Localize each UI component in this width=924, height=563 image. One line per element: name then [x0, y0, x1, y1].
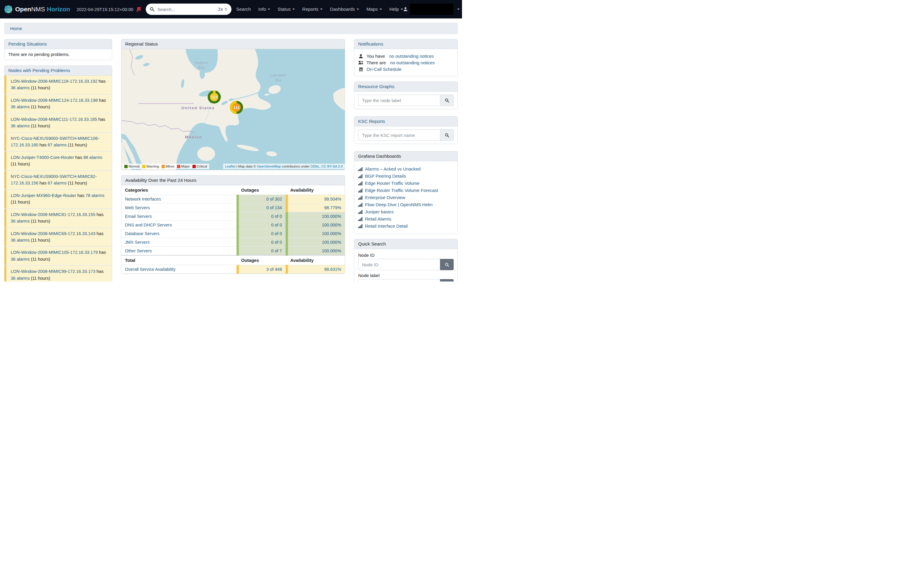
quick-search-button[interactable]	[440, 259, 454, 270]
ksc-reports-title[interactable]: KSC Reports	[354, 117, 458, 126]
legend-swatch	[142, 165, 146, 168]
total-label: Total	[122, 255, 238, 265]
regional-status-map[interactable]: Hudson Bay Labrador Sea United States Mé…	[122, 49, 345, 170]
odbl-link[interactable]: ODbL	[310, 165, 320, 168]
outages-cell: 3 of 448	[238, 265, 287, 274]
grafana-dashboard-link[interactable]: Enterprise Overview	[365, 195, 405, 200]
pending-situations-title[interactable]: Pending Situations	[4, 39, 112, 49]
pending-node-text: LON-Window-2008-MIMIC69-172.16.33.143 ha…	[8, 228, 112, 246]
nav-item-status[interactable]: Status	[278, 6, 295, 12]
alarms-link[interactable]: 36 alarms	[11, 257, 30, 261]
severity-stripe	[4, 133, 8, 151]
grafana-dashboard-link[interactable]: BGP Peering Details	[365, 174, 406, 179]
node-link[interactable]: LON-Window-2008-MIMIC69-172.16.33.143	[11, 231, 96, 236]
alarms-link[interactable]: 67 alarms	[48, 143, 67, 147]
node-link[interactable]: LON-Juniper-T4000-Core-Router	[11, 155, 74, 160]
bar-chart-icon	[358, 210, 363, 214]
grafana-dashboard-item: Edge Router Traffic Volume	[358, 181, 454, 186]
category-link[interactable]: DNS and DHCP Servers	[125, 222, 172, 227]
alarms-link[interactable]: 67 alarms	[48, 181, 67, 185]
marker-count: 111	[230, 101, 243, 114]
category-link[interactable]: Web Servers	[125, 205, 150, 210]
quick-search-group	[358, 279, 454, 281]
nav-item-help[interactable]: Help	[389, 6, 403, 12]
quick-search-input-node-label[interactable]	[358, 279, 440, 281]
quick-search-input-node-id[interactable]	[358, 259, 440, 270]
node-link[interactable]: LON-Window-2008-MIMIC99-172.16.33.173	[11, 269, 96, 274]
nav-item-maps[interactable]: Maps	[366, 6, 382, 12]
server-timestamp: 2022-04-29T15:15:12+00:00	[77, 7, 134, 12]
category-link[interactable]: Other Servers	[125, 248, 152, 253]
opennms-brand[interactable]: OpenNMSHorizon	[4, 5, 70, 14]
grafana-dashboard-link[interactable]: Retail Alarms	[365, 216, 391, 221]
resource-graphs-search-button[interactable]	[440, 95, 454, 106]
search-icon	[150, 7, 154, 12]
notifications-title[interactable]: Notifications	[354, 39, 458, 49]
category-link[interactable]: Database Servers	[125, 231, 159, 236]
alarms-link[interactable]: 36 alarms	[11, 219, 30, 224]
nav-item-dashboards[interactable]: Dashboards	[330, 6, 359, 12]
category-link[interactable]: JMX Servers	[125, 240, 150, 245]
category-link[interactable]: Network Interfaces	[125, 197, 161, 201]
notification-link[interactable]: On-Call Schedule	[366, 67, 402, 72]
osm-link[interactable]: OpenStreetMap	[257, 165, 281, 168]
username-redacted[interactable]	[410, 4, 453, 15]
category-link[interactable]: Email Servers	[125, 214, 152, 219]
grafana-dashboard-link[interactable]: Alarms – Acked vs Unacked	[365, 166, 421, 171]
severity-stripe	[4, 247, 8, 265]
notification-link[interactable]: no outstanding notices	[389, 54, 434, 59]
ksc-reports-input[interactable]	[358, 129, 440, 141]
category-link[interactable]: Overall Service Availability	[125, 267, 176, 272]
nodes-pending-problems-title[interactable]: Nodes with Pending Problems	[4, 66, 112, 76]
users-icon	[358, 60, 363, 65]
resource-graphs-input[interactable]	[358, 95, 440, 106]
notification-row: You have no outstanding notices	[358, 54, 454, 59]
node-link[interactable]: LON-Juniper-MX960-Edge-Router	[11, 193, 76, 198]
pending-node-text: LON-Window-2008-MIMIC81-172.16.33.155 ha…	[8, 209, 112, 227]
alarms-link[interactable]: 36 alarms	[11, 104, 30, 109]
availability-table: Categories Outages Availability Network …	[122, 185, 345, 274]
alarms-link[interactable]: 36 alarms	[11, 86, 30, 90]
pending-node-row: LON-Juniper-T4000-Core-Router has 88 ala…	[4, 152, 112, 171]
leaflet-link[interactable]: Leaflet	[225, 165, 236, 168]
map-label-united-states: United States	[174, 106, 222, 110]
resource-graphs-title[interactable]: Resource Graphs	[354, 82, 458, 92]
grafana-dashboard-link[interactable]: Flow Deep Dive | OpenNMS Helm	[365, 202, 432, 207]
breadcrumb-home-link[interactable]: Home	[10, 26, 22, 31]
search-input[interactable]	[157, 6, 216, 12]
notification-text: There are	[366, 60, 387, 65]
map-label-hudson-bay: Hudson Bay	[192, 60, 211, 70]
severity-stripe	[4, 95, 8, 113]
nav-item-info[interactable]: Info	[258, 6, 270, 12]
cc-by-sa-link[interactable]: CC BY-SA 2.0	[321, 165, 343, 168]
nav-item-label: Info	[258, 6, 266, 12]
map-cluster-marker-117[interactable]: 117	[208, 90, 221, 104]
notification-link[interactable]: no outstanding notices	[390, 60, 435, 65]
legend-label: Major	[181, 165, 190, 168]
grafana-dashboard-link[interactable]: Edge Router Traffic Volume	[365, 181, 420, 186]
node-link[interactable]: LON-Window-2008-MIMIC124-172.16.33.198	[11, 98, 98, 103]
legend-swatch	[177, 165, 180, 168]
nav-item-reports[interactable]: Reports	[302, 6, 322, 12]
alarms-link[interactable]: 78 alarms	[86, 193, 104, 198]
pending-node-text: NYC-Cisco-NEXUS9000-SWITCH-MIMIC106-172.…	[8, 133, 112, 151]
alarms-link[interactable]: 36 alarms	[11, 123, 30, 128]
quick-search-button[interactable]	[440, 279, 454, 281]
outages-cell: 0 of 0	[238, 238, 287, 247]
grafana-dashboard-link[interactable]: Edge Router Traffic Volume Forecast	[365, 188, 438, 193]
nav-item-search[interactable]: Search	[236, 6, 251, 12]
alarms-link[interactable]: 88 alarms	[83, 155, 102, 160]
alarms-link[interactable]: 36 alarms	[11, 238, 30, 243]
node-link[interactable]: LON-Window-2008-MIMIC105-172.16.33.179	[11, 250, 98, 255]
node-link[interactable]: LON-Window-2008-MIMIC111-172.16.33.185	[11, 117, 97, 122]
pending-node-text: LON-Window-2008-MIMIC99-172.16.33.173 ha…	[8, 266, 112, 281]
grafana-dashboard-link[interactable]: Retail Interface Detail	[365, 224, 408, 228]
node-link[interactable]: LON-Window-2008-MIMIC118-172.16.33.192	[11, 79, 98, 84]
total-col-label: Availability	[287, 255, 345, 265]
alarms-link[interactable]: 36 alarms	[11, 276, 30, 281]
map-cluster-marker-111[interactable]: 111	[230, 101, 243, 114]
grafana-dashboard-link[interactable]: Juniper basics	[365, 209, 394, 214]
notification-row: On-Call Schedule	[358, 67, 454, 72]
ksc-reports-search-button[interactable]	[440, 129, 454, 141]
node-link[interactable]: LON-Window-2008-MIMIC81-172.16.33.155	[11, 212, 96, 217]
